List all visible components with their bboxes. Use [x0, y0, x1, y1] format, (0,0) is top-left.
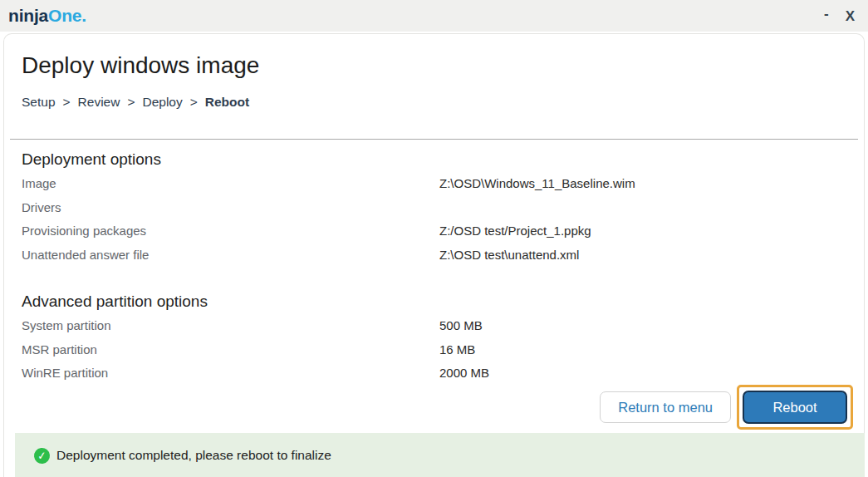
breadcrumb-separator: > — [190, 95, 198, 110]
breadcrumb-step-deploy[interactable]: Deploy — [142, 95, 182, 110]
logo-text-ninja: ninja — [8, 6, 48, 25]
success-banner: ✓ Deployment completed, please reboot to… — [15, 433, 865, 477]
list-item: Unattended answer file Z:\OSD test\unatt… — [22, 248, 846, 272]
minimize-button[interactable]: - — [824, 7, 829, 26]
list-item: Provisioning packages Z:/OSD test/Projec… — [22, 224, 846, 248]
ninjaone-logo: ninjaOne. — [8, 6, 86, 26]
list-item: Image Z:\OSD\Windows_11_Baseline.wim — [22, 176, 846, 200]
field-value-system-partition: 500 MB — [439, 318, 483, 342]
field-label-winre-partition: WinRE partition — [22, 366, 439, 390]
main-panel: Deploy windows image Setup > Review > De… — [3, 33, 865, 477]
annotation-highlight-box: Reboot — [737, 385, 853, 430]
breadcrumb-separator: > — [63, 95, 71, 110]
action-button-row: Return to menu Reboot — [600, 385, 853, 430]
field-label-unattended-answer-file: Unattended answer file — [22, 248, 439, 272]
deployment-options-heading: Deployment options — [22, 150, 161, 169]
app-window: ninjaOne. - X Deploy windows image Setup… — [0, 0, 868, 477]
partition-options-heading: Advanced partition options — [22, 293, 208, 311]
breadcrumb-step-setup[interactable]: Setup — [22, 95, 56, 110]
field-label-system-partition: System partition — [22, 318, 439, 342]
field-value-msr-partition: 16 MB — [439, 342, 475, 366]
logo-text-one: One. — [48, 6, 86, 25]
field-label-msr-partition: MSR partition — [22, 342, 439, 366]
close-button[interactable]: X — [846, 9, 855, 23]
deployment-options-list: Image Z:\OSD\Windows_11_Baseline.wim Dri… — [22, 176, 846, 271]
field-value-image: Z:\OSD\Windows_11_Baseline.wim — [439, 176, 635, 200]
field-value-unattended-answer-file: Z:\OSD test\unattend.xml — [439, 248, 579, 272]
list-item: Drivers — [22, 200, 846, 224]
success-banner-message: Deployment completed, please reboot to f… — [56, 448, 331, 463]
field-value-winre-partition: 2000 MB — [439, 366, 489, 390]
page-title: Deploy windows image — [22, 52, 259, 79]
partition-options-list: System partition 500 MB MSR partition 16… — [22, 318, 846, 390]
breadcrumb-step-review[interactable]: Review — [78, 95, 120, 110]
breadcrumb-separator: > — [127, 95, 135, 110]
titlebar: ninjaOne. - X — [0, 0, 868, 32]
breadcrumb-step-reboot: Reboot — [205, 95, 249, 110]
breadcrumb: Setup > Review > Deploy > Reboot — [22, 95, 249, 110]
section-divider — [10, 139, 858, 140]
field-label-provisioning-packages: Provisioning packages — [22, 224, 439, 248]
field-label-drivers: Drivers — [22, 200, 439, 224]
check-circle-icon: ✓ — [33, 447, 51, 465]
list-item: MSR partition 16 MB — [22, 342, 846, 366]
window-controls: - X — [824, 7, 855, 26]
reboot-button[interactable]: Reboot — [743, 391, 847, 424]
return-to-menu-button[interactable]: Return to menu — [600, 391, 731, 423]
list-item: System partition 500 MB — [22, 318, 846, 342]
field-value-provisioning-packages: Z:/OSD test/Project_1.ppkg — [439, 224, 591, 248]
field-label-image: Image — [22, 176, 439, 200]
